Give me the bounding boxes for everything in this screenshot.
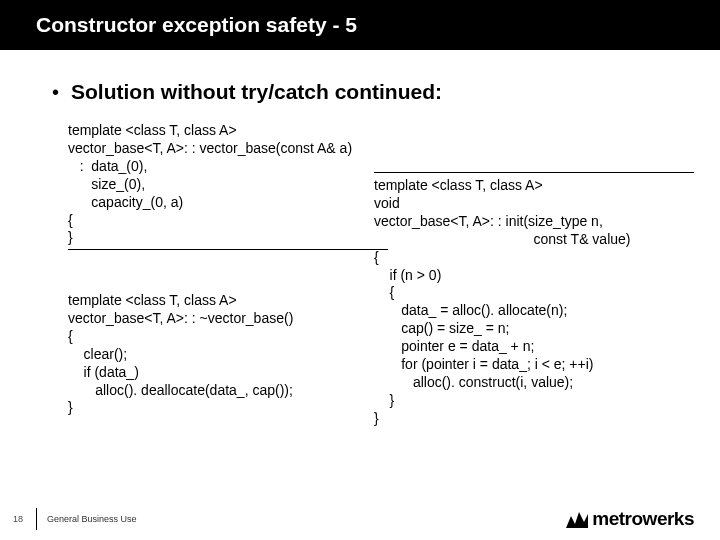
slide-title: Constructor exception safety - 5 (36, 13, 357, 37)
title-bar: Constructor exception safety - 5 (0, 0, 720, 50)
code-block-dtor: template <class T, class A> vector_base<… (68, 292, 388, 417)
bullet-dot-icon: • (52, 82, 59, 102)
metrowerks-icon (566, 510, 588, 528)
bullet-text: Solution without try/catch continued: (71, 80, 442, 104)
page-number: 18 (0, 514, 36, 524)
bullet-item: • Solution without try/catch continued: (52, 80, 680, 104)
code-block-ctor: template <class T, class A> vector_base<… (68, 122, 388, 250)
brand-name: metrowerks (592, 508, 694, 530)
slide-body: • Solution without try/catch continued: … (0, 50, 720, 462)
footer-divider (36, 508, 37, 530)
code-block-init: template <class T, class A> void vector_… (374, 172, 694, 428)
footer-label: General Business Use (47, 514, 137, 524)
brand-logo: metrowerks (566, 508, 694, 530)
code-area: template <class T, class A> vector_base<… (52, 122, 680, 462)
